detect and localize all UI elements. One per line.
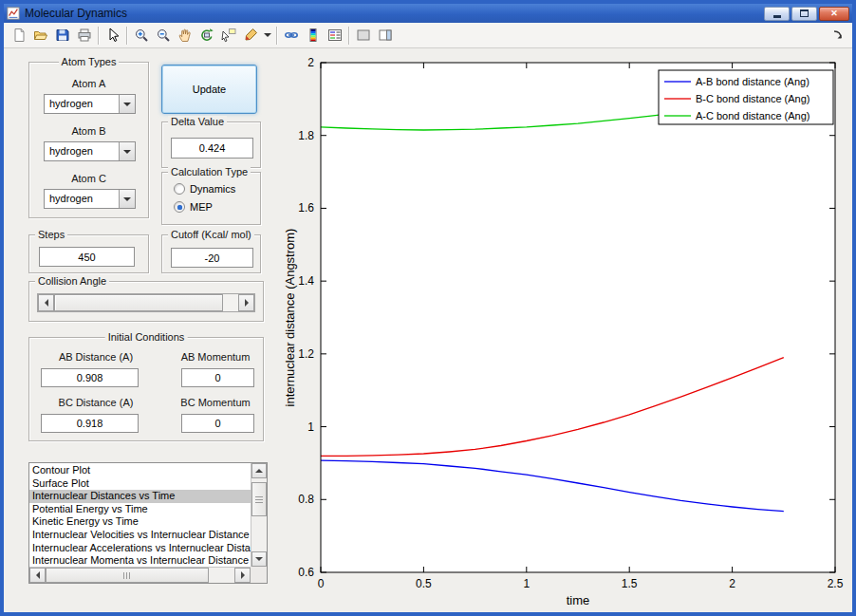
chevron-down-icon xyxy=(123,150,131,154)
ab-momentum-field[interactable] xyxy=(181,368,254,387)
arrow-right-icon xyxy=(245,299,249,307)
update-button[interactable]: Update xyxy=(161,65,257,114)
svg-text:internuclear distance (Angstro: internuclear distance (Angstrom) xyxy=(283,229,297,407)
scroll-down-button[interactable] xyxy=(251,551,267,567)
slider-left-button[interactable] xyxy=(38,294,54,311)
plot-type-list: Contour Plot Surface Plot Internuclear D… xyxy=(29,464,251,567)
slider-thumb[interactable] xyxy=(54,294,223,311)
arrow-left-icon xyxy=(45,299,48,307)
show-plot-tools-button[interactable] xyxy=(374,25,396,47)
close-icon: ✕ xyxy=(830,9,838,18)
radio-mep-icon xyxy=(174,201,185,213)
radio-option[interactable]: MEP xyxy=(174,201,213,213)
title-bar[interactable]: Molecular Dynamics ✕ xyxy=(4,4,852,23)
arrow-down-icon xyxy=(255,557,263,561)
colorbar-icon xyxy=(306,28,321,43)
svg-text:A-B bond distance (Ang): A-B bond distance (Ang) xyxy=(696,76,809,87)
delta-value-field[interactable] xyxy=(171,138,253,159)
bc-distance-label: BC Distance (A) xyxy=(35,397,157,408)
cutoff-field[interactable] xyxy=(171,248,253,268)
atom-c-value: hydrogen xyxy=(45,190,119,208)
print-button[interactable] xyxy=(73,25,95,47)
scroll-up-button[interactable] xyxy=(251,463,267,478)
scrollbar-corner xyxy=(251,567,267,583)
steps-field[interactable] xyxy=(39,247,135,267)
vertical-scroll-thumb[interactable] xyxy=(251,482,267,516)
slider-right-button[interactable] xyxy=(238,294,254,311)
dock-figure-button[interactable] xyxy=(827,25,848,47)
atom-b-dropdown-button[interactable] xyxy=(119,142,135,160)
atom-c-select[interactable]: hydrogen xyxy=(44,189,136,209)
close-button[interactable]: ✕ xyxy=(819,7,849,21)
data-cursor-button[interactable] xyxy=(217,25,239,47)
atom-types-panel: Atom Types Atom A hydrogen Atom B hydrog… xyxy=(28,62,149,218)
zoom-in-button[interactable] xyxy=(130,25,152,47)
atom-a-value: hydrogen xyxy=(45,95,119,113)
insert-legend-button[interactable] xyxy=(324,25,345,47)
atom-b-value: hydrogen xyxy=(45,142,119,160)
plot-canvas[interactable]: 00.511.522.50.60.811.21.41.61.82A-B bond… xyxy=(283,48,852,610)
new-figure-button[interactable] xyxy=(8,25,29,47)
plot-list-item[interactable]: Internuclear Momenta vs Internuclear Dis… xyxy=(29,554,251,567)
show-plot-tools-icon xyxy=(378,28,393,43)
chevron-down-icon xyxy=(123,197,131,201)
svg-text:1.4: 1.4 xyxy=(298,274,314,288)
delta-value-panel: Delta Value xyxy=(161,121,261,168)
plot-list-item[interactable]: Surface Plot xyxy=(29,477,251,491)
cutoff-title: Cutoff (Kcal/ mol) xyxy=(168,229,254,240)
plot-list-item[interactable]: Kinetic Energy vs Time xyxy=(29,515,251,529)
collision-angle-panel: Collision Angle xyxy=(28,281,264,322)
rotate-3d-button[interactable] xyxy=(195,25,217,47)
plot-list-item[interactable]: Internuclear Velocities vs Internuclear … xyxy=(29,529,251,542)
brush-dropdown-button[interactable] xyxy=(261,25,273,47)
horizontal-scroll-thumb[interactable] xyxy=(46,568,209,583)
atom-c-dropdown-button[interactable] xyxy=(119,190,135,208)
radio-dynamics-label: Dynamics xyxy=(190,183,235,195)
plot-list-item[interactable]: Internuclear Distances vs Time xyxy=(29,490,251,503)
atom-a-select[interactable]: hydrogen xyxy=(44,94,136,114)
slider-track[interactable] xyxy=(223,294,238,311)
radio-option[interactable]: Dynamics xyxy=(174,183,235,195)
plot-type-listbox[interactable]: Contour Plot Surface Plot Internuclear D… xyxy=(28,462,268,584)
collision-angle-slider[interactable] xyxy=(37,293,255,312)
cutoff-panel: Cutoff (Kcal/ mol) xyxy=(161,234,261,273)
link-plot-button[interactable] xyxy=(280,25,302,47)
bc-momentum-field[interactable] xyxy=(181,414,254,433)
arrow-up-icon xyxy=(255,469,263,473)
atom-b-label: Atom B xyxy=(29,125,148,137)
calculation-type-title: Calculation Type xyxy=(168,166,251,177)
horizontal-scrollbar[interactable] xyxy=(29,567,251,583)
edit-plot-button[interactable] xyxy=(102,25,123,47)
bc-momentum-label: BC Momentum xyxy=(172,397,259,408)
hand-icon xyxy=(177,28,193,43)
atom-a-dropdown-button[interactable] xyxy=(119,95,135,113)
minimize-button[interactable] xyxy=(764,7,790,21)
open-file-button[interactable] xyxy=(29,25,51,47)
dock-arrow-icon xyxy=(831,28,845,42)
svg-text:2: 2 xyxy=(729,577,735,590)
atom-b-select[interactable]: hydrogen xyxy=(44,141,136,161)
vertical-scrollbar[interactable] xyxy=(251,463,267,567)
maximize-button[interactable] xyxy=(791,7,817,21)
plot-list-item[interactable]: Internuclear Accelerations vs Internucle… xyxy=(29,542,251,555)
plot-list-item[interactable]: Contour Plot xyxy=(29,464,251,477)
svg-text:A-C bond distance (Ang): A-C bond distance (Ang) xyxy=(696,110,809,121)
bc-distance-field[interactable] xyxy=(41,414,139,433)
zoom-out-button[interactable] xyxy=(152,25,174,47)
insert-colorbar-button[interactable] xyxy=(302,25,324,47)
chevron-down-icon xyxy=(123,103,131,106)
save-button[interactable] xyxy=(51,25,73,47)
hide-plot-tools-button[interactable] xyxy=(352,25,374,47)
svg-text:B-C bond distance (Ang): B-C bond distance (Ang) xyxy=(696,93,809,104)
zoom-in-icon xyxy=(134,28,149,43)
scroll-right-button[interactable] xyxy=(234,568,251,583)
scroll-left-button[interactable] xyxy=(29,568,46,583)
ab-distance-field[interactable] xyxy=(41,368,139,387)
horizontal-scroll-track[interactable] xyxy=(209,568,234,583)
brush-button[interactable] xyxy=(239,25,261,47)
pan-button[interactable] xyxy=(174,25,195,47)
steps-title: Steps xyxy=(35,229,67,240)
plot-list-item[interactable]: Potential Energy vs Time xyxy=(29,503,251,516)
svg-text:0.5: 0.5 xyxy=(416,577,432,590)
delta-value-title: Delta Value xyxy=(168,116,227,127)
